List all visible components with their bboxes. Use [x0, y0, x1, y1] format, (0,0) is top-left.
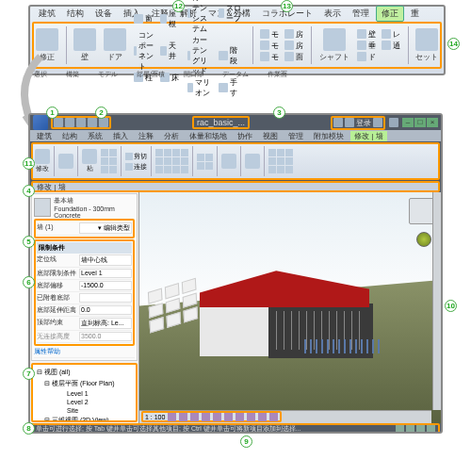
vertical-scrollbar[interactable] [432, 192, 442, 410]
cloud-icon[interactable] [373, 118, 382, 127]
search-icon[interactable] [333, 118, 343, 127]
cut-geom[interactable]: 剪切 [125, 152, 147, 161]
temp-hide-icon[interactable] [258, 413, 267, 421]
tab-systems[interactable]: 设备 [90, 7, 117, 21]
wall-opening-button[interactable]: 壁 [357, 29, 376, 40]
design-options-icon[interactable] [406, 425, 414, 434]
view-level2[interactable]: Level 2 [35, 398, 134, 406]
type-preview-icon[interactable] [34, 198, 51, 217]
floor-plan-node[interactable]: ⊟ 楼层平面 (Floor Plan) [35, 378, 134, 389]
nav-wheel-icon[interactable] [416, 232, 431, 247]
tab-extra[interactable]: 重 [406, 7, 424, 21]
tab-addins[interactable]: 附加模块 [310, 131, 348, 141]
mullion-button[interactable]: マリオン [187, 77, 213, 98]
3d-viewport[interactable]: 1 : 100 [138, 192, 441, 423]
vertical-button[interactable]: 垂 [357, 41, 376, 51]
select-links-icon[interactable] [416, 425, 425, 434]
base-extension-input[interactable]: 0.0 [79, 305, 132, 315]
wall-button[interactable]: 壁 [73, 28, 96, 62]
curtain-system-button[interactable]: カーテン システム [187, 0, 213, 34]
constraints-group[interactable]: 限制条件 [37, 242, 132, 254]
status-bar: 单击可进行选择; 按 Tab 键并单击可选择其他项目; 按 Ctrl 键并单击可… [31, 423, 440, 434]
lock-3d-icon[interactable] [247, 413, 255, 421]
create-tool[interactable] [245, 154, 260, 169]
open-icon[interactable] [54, 118, 63, 127]
tab-arch[interactable]: 建筑 [33, 131, 56, 141]
paste-tool[interactable]: 粘 [82, 149, 97, 173]
shaft-button[interactable]: シャフト [319, 28, 349, 62]
tab-structure[interactable]: 结构 [62, 7, 89, 21]
workset-icon[interactable] [396, 425, 404, 434]
tab-struct[interactable]: 结构 [58, 131, 81, 141]
properties-tool[interactable] [58, 154, 73, 169]
sun-path-icon[interactable] [190, 413, 199, 421]
view-level1[interactable]: Level 1 [35, 389, 134, 398]
area-button[interactable]: 面 [284, 52, 303, 62]
visual-style-icon[interactable] [179, 413, 187, 421]
window-button[interactable]: 窗 [134, 8, 154, 29]
redo-icon[interactable] [88, 118, 97, 127]
model-text-button[interactable]: モ [260, 29, 279, 40]
crop-icon[interactable] [224, 413, 233, 421]
scale-value[interactable]: 1 : 100 [145, 414, 165, 420]
base-attached-input[interactable] [79, 293, 132, 303]
component-button[interactable]: コンポーネント [134, 30, 154, 72]
door-button[interactable]: ドア [104, 28, 126, 62]
title-bar: rac_basic_... 登录 – □ × [30, 115, 441, 130]
tab-collab[interactable]: 协作 [234, 131, 256, 141]
ceiling-button[interactable]: 天井 [160, 30, 180, 72]
modify-button[interactable]: 修正 [36, 28, 58, 62]
filter-icon[interactable] [427, 425, 435, 434]
top-constraint-input[interactable]: 直到标高: Le... [79, 318, 132, 329]
maximize-button[interactable]: □ [414, 118, 426, 127]
help-icon[interactable] [389, 118, 398, 127]
base-offset-input[interactable]: -1500.0 [79, 281, 132, 290]
login-link[interactable]: 登录 [356, 118, 371, 128]
save-icon[interactable] [65, 118, 74, 127]
user-icon[interactable] [345, 118, 354, 127]
dormer-button[interactable]: ド [357, 52, 376, 62]
minimize-button[interactable]: – [402, 118, 414, 127]
undo-icon[interactable] [76, 118, 86, 127]
model-line-button[interactable]: モ [260, 41, 279, 51]
tab-sys[interactable]: 系统 [84, 131, 106, 141]
type-selector[interactable]: 墙 (1) ▾ 编辑类型 [37, 222, 132, 236]
crop-region-icon[interactable] [236, 413, 244, 421]
tab-insert2[interactable]: 插入 [109, 131, 132, 141]
detail-level-icon[interactable] [168, 413, 176, 421]
tab-view[interactable]: 表示 [319, 7, 346, 21]
render-icon[interactable] [213, 413, 221, 421]
location-line-input[interactable]: 墙中心线 [79, 254, 132, 266]
room-button[interactable]: 房 [284, 29, 303, 40]
tab-architecture[interactable]: 建筑 [34, 7, 60, 21]
level-button[interactable]: レ [382, 29, 400, 40]
rail-button[interactable]: 手す [219, 77, 244, 98]
grid-button[interactable]: 通 [382, 41, 400, 51]
3d-view-node[interactable]: ⊟ 三维视图 (3D View) [35, 415, 134, 422]
modify-tool[interactable]: 修改 [35, 149, 50, 173]
properties-help-link[interactable]: 属性帮助 [34, 347, 76, 356]
view-cube[interactable] [409, 198, 435, 224]
tab-modify[interactable]: 修正 [376, 6, 404, 22]
tab-modify-wall[interactable]: 修改 | 墙 [350, 131, 387, 141]
join-geom[interactable]: 连接 [125, 162, 147, 172]
close-button[interactable]: × [427, 118, 438, 127]
reveal-icon[interactable] [269, 413, 278, 421]
slope-button[interactable]: スロープ [219, 0, 244, 34]
set-button[interactable]: セット [415, 28, 438, 62]
shadows-icon[interactable] [202, 413, 210, 421]
tab-view2[interactable]: 视图 [259, 131, 282, 141]
base-constraint-input[interactable]: Level 1 [79, 269, 132, 278]
tab-manage2[interactable]: 管理 [284, 131, 307, 141]
model-group-button[interactable]: モ [260, 52, 279, 62]
tab-analyze2[interactable]: 分析 [160, 131, 183, 141]
view-site[interactable]: Site [35, 406, 134, 415]
tab-manage[interactable]: 管理 [348, 7, 374, 21]
browser-root[interactable]: ⊟ 视图 (all) [35, 367, 134, 378]
tab-mass[interactable]: 体量和场地 [186, 131, 231, 141]
app-menu-icon[interactable] [33, 115, 48, 130]
measure-tool[interactable] [221, 154, 236, 169]
room-tag-button[interactable]: 房 [284, 41, 303, 51]
print-icon[interactable] [99, 118, 108, 127]
tab-annot[interactable]: 注释 [135, 131, 157, 141]
